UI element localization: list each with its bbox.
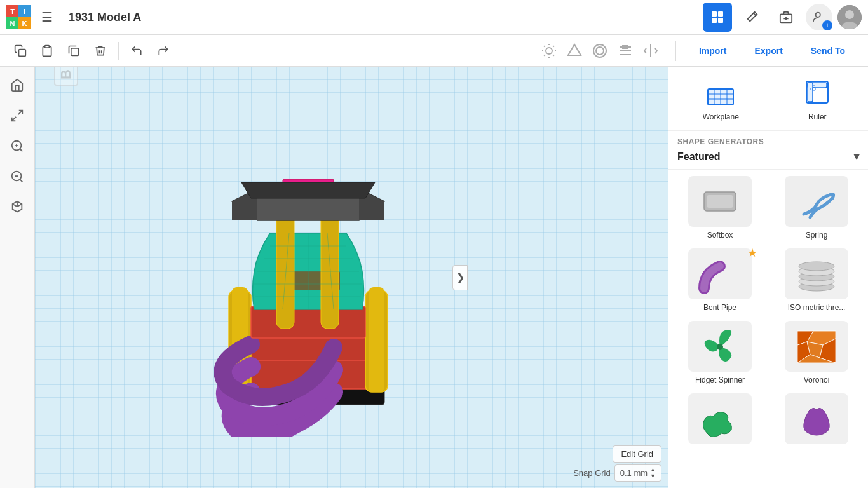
softbox-thumb (688, 176, 752, 227)
list-icon[interactable]: ☰ (37, 7, 57, 27)
view-cube-nav-icon[interactable] (5, 195, 29, 219)
avatar[interactable] (837, 5, 862, 29)
workplane-icon (704, 76, 737, 109)
fitview-nav-icon[interactable] (5, 104, 29, 128)
svg-rect-45 (245, 335, 372, 360)
spring-thumb (785, 176, 848, 227)
fidget-spinner-label: Fidget Spinner (695, 376, 745, 384)
redo-button[interactable] (152, 39, 175, 62)
snap-up-arrow[interactable]: ▲ ▼ (650, 467, 656, 479)
shape-icon[interactable] (562, 39, 587, 63)
star-badge: ★ (747, 246, 757, 260)
voronoi-thumb (785, 321, 848, 372)
align-icon[interactable] (613, 39, 637, 63)
svg-rect-13 (71, 48, 79, 55)
3d-model[interactable] (194, 119, 423, 437)
sendto-button[interactable]: Send To (797, 41, 859, 61)
briefcase-button[interactable] (771, 3, 801, 32)
page-title: 1931 Model A (69, 11, 696, 24)
light-icon[interactable] (537, 39, 561, 63)
edit-grid-bar: Edit Grid (613, 445, 661, 463)
shape-item-extra1[interactable] (675, 393, 765, 448)
copy-button[interactable] (9, 39, 32, 62)
undo-button[interactable] (125, 39, 148, 62)
svg-line-22 (553, 46, 553, 46)
workplane-label: Workplane (703, 112, 739, 121)
shapes-grid: Softbox Spring ★ (668, 170, 868, 488)
shape-item-spring[interactable]: Spring (771, 176, 862, 240)
iso-thread-thumb (785, 248, 848, 299)
featured-select[interactable]: Featured (677, 151, 848, 163)
shape-item-fidget-spinner[interactable]: Fidget Spinner (675, 321, 765, 384)
shape-item-bent-pipe[interactable]: ★ Bent Pipe (675, 248, 765, 312)
toolbar: Import Export Send To (0, 35, 868, 67)
circle-icon[interactable] (588, 39, 612, 63)
action-buttons: Import Export Send To (675, 41, 859, 61)
ruler-icon (801, 76, 834, 109)
iso-thread-label: ISO metric thre... (788, 303, 846, 312)
paste-button[interactable] (36, 39, 58, 62)
header-right: + (703, 3, 862, 32)
ruler-label: Ruler (808, 112, 827, 121)
bent-pipe-thumb (688, 248, 752, 299)
svg-line-34 (20, 149, 22, 151)
svg-point-9 (845, 10, 854, 19)
panel-top-tools: Workplane (668, 67, 868, 131)
logo-i: I (18, 5, 31, 17)
duplicate-button[interactable] (62, 39, 85, 62)
logo-n: N (6, 17, 18, 29)
zoom-in-nav-icon[interactable] (5, 134, 29, 158)
logo-k: K (18, 17, 31, 29)
snap-value-selector[interactable]: 0.1 mm ▲ ▼ (614, 464, 661, 482)
svg-line-31 (18, 111, 22, 114)
hammer-button[interactable] (737, 3, 766, 32)
canvas-area[interactable]: BOTTOM (35, 67, 668, 488)
grid-view-button[interactable] (703, 3, 732, 32)
shape-generators-dropdown[interactable]: Featured ▼ (668, 149, 868, 170)
voronoi-label: Voronoi (804, 376, 830, 384)
bent-pipe-label: Bent Pipe (703, 303, 736, 312)
shape-generators-header: Shape Generators (668, 131, 868, 149)
home-nav-icon[interactable] (5, 73, 29, 97)
svg-line-42 (13, 204, 17, 207)
svg-line-41 (17, 204, 22, 207)
shapes-row-3: Fidget Spinner (675, 321, 862, 384)
left-nav (0, 67, 35, 488)
svg-line-32 (12, 117, 16, 121)
svg-point-14 (546, 48, 552, 54)
toolbar-right (537, 39, 663, 63)
svg-point-7 (816, 13, 820, 17)
shape-item-extra2[interactable] (771, 393, 862, 448)
svg-line-17 (544, 46, 545, 46)
dropdown-chevron-icon[interactable]: ▼ (851, 151, 862, 163)
svg-point-85 (717, 344, 723, 350)
shapes-row-1: Softbox Spring (675, 176, 862, 240)
separator-1 (118, 42, 119, 60)
add-user-button[interactable]: + (806, 4, 832, 30)
zoom-out-nav-icon[interactable] (5, 165, 29, 189)
bottom-view-label: BOTTOM (54, 67, 78, 86)
shape-item-voronoi[interactable]: Voronoi (771, 321, 862, 384)
shape-item-softbox[interactable]: Softbox (675, 176, 765, 240)
main-area: BOTTOM (0, 67, 868, 488)
mirror-icon[interactable] (639, 39, 663, 63)
shape-item-iso-thread[interactable]: ISO metric thre... (771, 248, 862, 312)
panel-toggle-button[interactable]: ❯ (452, 265, 468, 290)
tinkercad-logo[interactable]: T I N K (6, 5, 31, 29)
logo-t: T (6, 5, 18, 17)
shapes-row-4 (675, 393, 862, 448)
edit-grid-button[interactable]: Edit Grid (613, 445, 661, 463)
svg-rect-12 (45, 45, 50, 47)
right-panel: Workplane (668, 67, 868, 488)
svg-line-18 (553, 55, 553, 55)
export-button[interactable]: Export (740, 41, 796, 61)
import-button[interactable]: Import (685, 41, 741, 61)
svg-line-21 (544, 55, 545, 55)
delete-button[interactable] (89, 39, 112, 62)
workplane-tool[interactable]: Workplane (703, 76, 739, 121)
ruler-tool[interactable]: Ruler (801, 76, 834, 121)
svg-rect-1 (718, 11, 723, 17)
shape-generators-label: Shape Generators (677, 137, 764, 146)
header: T I N K ☰ 1931 Model A (0, 0, 868, 35)
extra2-thumb (785, 393, 848, 444)
